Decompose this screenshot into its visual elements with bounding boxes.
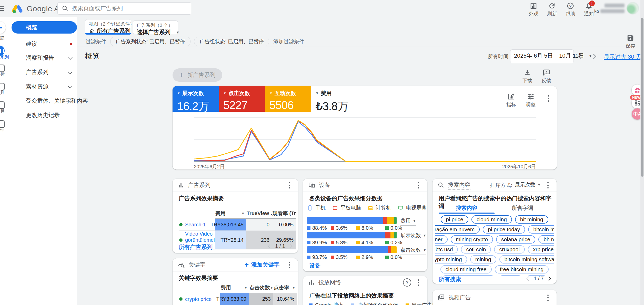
search-term-chip[interactable]: mineração em nuvem — [435, 225, 480, 234]
search-term-chip[interactable] — [498, 275, 523, 276]
devices-link[interactable]: 设备 — [309, 262, 320, 270]
all-searches-link[interactable]: 所有搜索 — [439, 276, 461, 283]
column-header[interactable]: 点击率▼ — [273, 283, 297, 293]
search-term-chip[interactable]: bit mining — [515, 215, 548, 224]
search-term-chip[interactable]: cloud mining — [471, 215, 512, 224]
refresh-button[interactable]: 刷新 — [545, 2, 559, 17]
search-term-chip[interactable]: ltc miner — [435, 235, 448, 244]
search-term-chip[interactable]: btc usd — [435, 245, 458, 254]
new-campaign-button[interactable]: + 新广告系列 — [173, 68, 222, 82]
devices-card: 设备 各类设备的广告效果细分数据 手机平板电脑计算机电视屏幕 88.4%3.6%… — [303, 179, 427, 271]
card-menu-icon[interactable] — [544, 182, 551, 188]
sidebar-item-audiences[interactable]: 受众群体、关键字和内容 — [12, 95, 77, 107]
tab-inactive[interactable]: 所含字词 — [495, 202, 550, 215]
card-menu-icon[interactable] — [544, 295, 551, 301]
search-term-chip[interactable]: crypto mining — [435, 255, 467, 264]
collapse-nav-button[interactable] — [0, 22, 6, 34]
scrollbar-thumb[interactable] — [641, 18, 643, 177]
overview-menu-icon[interactable] — [545, 95, 552, 102]
sidebar-item-assets[interactable]: 素材资源 — [12, 80, 77, 93]
metric-tile-4[interactable]: ▼费用₺3.8万 — [311, 86, 357, 112]
sort-dropdown[interactable]: 展示次数 ▼ — [515, 181, 541, 189]
device-bar-row: 88.4%3.6%8.0%0.0%费用▼ — [307, 217, 423, 232]
percent-value: 3.6% — [336, 225, 348, 231]
sidebar-item-history[interactable]: 更改历史记录 — [12, 109, 77, 121]
campaign-select-dropdown[interactable]: 广告系列（2 个） 选择广告系列 ▼ — [133, 20, 178, 34]
card-menu-icon[interactable] — [286, 182, 293, 188]
video-icon — [438, 294, 445, 301]
card-menu-icon[interactable] — [415, 279, 422, 286]
device-legend-3[interactable]: 计算机 — [368, 204, 391, 211]
search-term-chip[interactable]: cruxpool — [494, 245, 525, 254]
scrollbar[interactable] — [640, 0, 644, 305]
campaign-link[interactable]: Search-1 — [185, 222, 206, 228]
adjust-button[interactable]: 调整 — [526, 93, 536, 108]
percent-value: 3.5% — [336, 254, 348, 260]
page-prev-icon[interactable] — [527, 276, 531, 281]
device-legend-4[interactable]: 电视屏幕 — [398, 204, 427, 211]
save-button[interactable]: 保存 — [626, 34, 635, 49]
global-search[interactable] — [57, 2, 191, 15]
card-menu-icon[interactable] — [415, 182, 422, 188]
search-term-chip[interactable]: pi price today — [483, 225, 525, 234]
appearance-button[interactable]: 外观 — [526, 2, 541, 17]
view-filter-dropdown[interactable]: 视图（2 个过滤条件） 所有广告系列 ▼ — [85, 19, 131, 35]
all-campaigns-link[interactable]: 所有广告系列 — [179, 243, 213, 251]
stacked-bar[interactable] — [307, 246, 397, 253]
help-button[interactable]: ?帮助 — [563, 2, 578, 17]
search-input[interactable] — [72, 5, 187, 12]
sidebar-item-overview[interactable]: 概览 — [12, 21, 77, 34]
avatar[interactable] — [627, 2, 639, 14]
help-icon[interactable]: ? — [403, 278, 411, 287]
device-legend-2[interactable]: 平板电脑 — [332, 204, 361, 211]
page-next-icon[interactable] — [288, 244, 293, 248]
card-menu-icon[interactable] — [286, 262, 293, 268]
column-header[interactable]: 费用▼ — [215, 208, 246, 219]
bar-metric-dropdown[interactable]: 点击次数▼ — [400, 247, 426, 255]
column-header[interactable]: TrueView …▼ — [246, 208, 272, 219]
search-term-chip[interactable]: coti coin — [461, 245, 491, 254]
card-title: 搜索内容 — [448, 181, 470, 190]
metrics-button[interactable]: 指标 — [506, 93, 516, 108]
search-term-chip[interactable]: bitcoin mining — [528, 225, 554, 234]
add-filter-button[interactable]: 添加过滤条件 — [273, 38, 304, 45]
download-button[interactable]: 下载 — [522, 69, 532, 84]
metric-label: 费用 — [321, 90, 331, 97]
search-term-chip[interactable]: bh mining — [538, 235, 554, 244]
search-term-chip[interactable]: mining crypto — [451, 235, 493, 244]
stacked-bar[interactable] — [307, 232, 397, 238]
sidebar-item-insights[interactable]: 洞察和报告 — [12, 52, 77, 64]
add-keyword-button[interactable]: + 添加关键字 — [245, 261, 279, 269]
column-header[interactable]: 费用▼ — [220, 283, 249, 293]
filter-chip[interactable]: 广告组状态: 已启用、已暂停 — [194, 37, 269, 46]
search-term-chip[interactable]: pi price — [441, 215, 468, 224]
menu-icon[interactable] — [0, 5, 4, 12]
stacked-bar[interactable] — [307, 217, 397, 224]
bar-metric-dropdown[interactable]: 费用▼ — [400, 217, 416, 226]
page-prev-icon[interactable] — [268, 244, 272, 248]
search-term-chip[interactable]: mining — [470, 255, 496, 264]
column-header[interactable]: 点击次数▼ — [249, 283, 273, 293]
sidebar-item-campaigns[interactable]: 广告系列 — [12, 66, 77, 78]
search-term-chip[interactable]: bitcoin mining software — [499, 255, 554, 264]
show-last-30-days-link[interactable]: 显示过去 30 天的数据 — [604, 53, 644, 61]
device-legend-1[interactable]: 手机 — [307, 204, 326, 211]
search-term-chip[interactable]: xrp price — [528, 245, 554, 254]
column-header[interactable]: 观看率 (Tru…▼ — [272, 208, 296, 219]
account-info[interactable]: ka — [594, 3, 625, 14]
svg-text:?: ? — [569, 4, 571, 8]
keyword-link[interactable]: crypto price — [185, 296, 212, 302]
search-term-chip[interactable]: cloud mining free — [440, 265, 492, 274]
filter-chip[interactable]: 广告系列状态: 已启用、已暂停 — [110, 37, 190, 46]
metric-tile-1[interactable]: ▼展示次数16.2万 — [173, 86, 219, 112]
page-next-icon[interactable] — [547, 276, 551, 281]
sidebar-item-recommendations[interactable]: 建议 — [12, 38, 77, 50]
search-term-chip[interactable]: solana price — [496, 235, 535, 244]
metric-tile-2[interactable]: ▼点击次数5227 — [219, 86, 265, 112]
date-range-picker[interactable]: 2025年 6月 5日 – 10月 11日 ▼ — [510, 49, 574, 63]
feedback-button[interactable]: 反馈 — [541, 69, 551, 84]
metric-tile-3[interactable]: ▼互动次数5506 — [265, 86, 311, 112]
bar-metric-dropdown[interactable]: 展示次数▼ — [400, 232, 426, 240]
search-term-chip[interactable]: free bitcoin mining — [495, 265, 549, 274]
download-icon — [524, 69, 531, 76]
